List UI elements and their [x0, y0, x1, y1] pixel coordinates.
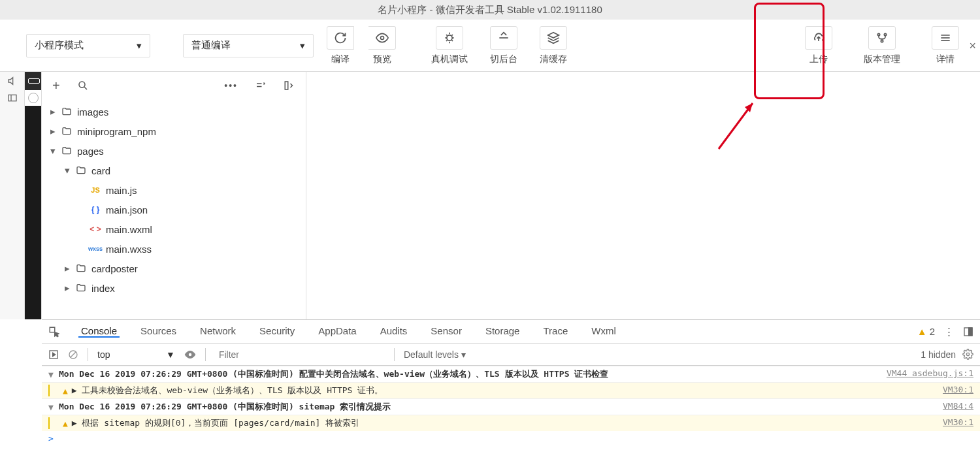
console-row[interactable]: ▼Mon Dec 16 2019 07:26:29 GMT+0800 (中国标准…: [42, 398, 980, 415]
collapse-icon[interactable]: [255, 80, 267, 91]
file-explorer-toolbar: + •••: [42, 72, 306, 99]
file-main.js[interactable]: JSmain.js: [42, 180, 306, 200]
folder-miniprogram_npm[interactable]: ▸miniprogram_npm: [42, 121, 306, 141]
console-message: ▶ 工具未校验合法域名、web-view（业务域名）、TLS 版本以及 HTTP…: [72, 385, 383, 396]
details-button[interactable]: 详情: [924, 26, 967, 65]
hidden-count: 1 hidden: [921, 349, 956, 360]
file-tree[interactable]: ▸images▸miniprogram_npm▾pages▾cardJSmain…: [42, 99, 306, 319]
svg-line-8: [446, 40, 448, 41]
eye-icon[interactable]: [184, 349, 196, 360]
folder-images[interactable]: ▸images: [42, 102, 306, 121]
tree-caret-icon: ▸: [64, 282, 71, 294]
devtools-tab-audits[interactable]: Audits: [378, 325, 410, 336]
bug-icon: [436, 26, 463, 50]
console-output[interactable]: ▼Mon Dec 16 2019 07:26:29 GMT+0800 (中国标准…: [42, 366, 980, 463]
devtools-tab-console[interactable]: Console: [78, 325, 120, 338]
dock-icon[interactable]: [963, 327, 973, 337]
gear-icon[interactable]: [962, 349, 973, 360]
layers-icon: [540, 26, 567, 50]
kebab-icon[interactable]: ⋮: [944, 326, 954, 338]
tree-item-label: main.json: [106, 204, 148, 216]
search-icon[interactable]: [77, 80, 89, 91]
panel-icon[interactable]: [7, 93, 18, 103]
svg-point-38: [966, 353, 969, 355]
mode-dropdown[interactable]: 小程序模式 ▾: [26, 34, 150, 57]
tool-label: 切后台: [490, 54, 517, 65]
simulator-toolbar: [0, 72, 25, 319]
folder-index[interactable]: ▸index: [42, 278, 306, 298]
tree-item-label: pages: [77, 146, 104, 157]
file-type-icon: [74, 263, 88, 274]
console-source-link[interactable]: VM84:4: [943, 401, 973, 411]
devtools-tab-sources[interactable]: Sources: [138, 325, 179, 336]
clear-cache-button[interactable]: 清缓存: [532, 26, 575, 65]
background-button[interactable]: 切后台: [482, 26, 525, 65]
file-type-icon: wxss: [89, 246, 102, 252]
tree-item-label: images: [77, 106, 108, 118]
compile-button[interactable]: 编译: [319, 26, 362, 65]
file-type-icon: JS: [89, 186, 102, 194]
more-icon[interactable]: •••: [224, 80, 238, 91]
git-branch-icon: [868, 26, 896, 50]
filter-input[interactable]: [215, 348, 385, 361]
compile-dropdown[interactable]: 普通编译 ▾: [183, 34, 314, 57]
file-main.wxml[interactable]: < >main.wxml: [42, 219, 306, 239]
tool-label: 真机调试: [431, 54, 468, 65]
devtools-tabs: ConsoleSourcesNetworkSecurityAppDataAudi…: [42, 320, 980, 343]
devtools-tab-appdata[interactable]: AppData: [316, 325, 359, 336]
folder-cardposter[interactable]: ▸cardposter: [42, 259, 306, 278]
stop-icon[interactable]: [68, 349, 78, 360]
add-file-icon[interactable]: +: [52, 78, 60, 93]
file-type-icon: [60, 126, 73, 136]
folder-card[interactable]: ▾card: [42, 161, 306, 180]
inspect-icon[interactable]: [48, 326, 60, 338]
svg-point-13: [877, 33, 879, 35]
svg-point-0: [380, 36, 384, 39]
svg-line-9: [451, 35, 453, 36]
svg-rect-23: [8, 95, 16, 101]
file-type-icon: [74, 165, 88, 176]
svg-marker-34: [53, 353, 56, 356]
devtools-tab-security[interactable]: Security: [257, 325, 297, 336]
devtools-tab-storage[interactable]: Storage: [483, 325, 523, 336]
file-type-icon: [74, 283, 88, 293]
preview-button[interactable]: 预览: [361, 26, 404, 65]
devtools-tab-network[interactable]: Network: [197, 325, 238, 336]
console-source-link[interactable]: VM44 asdebug.js:1: [887, 368, 973, 378]
speaker-icon[interactable]: [7, 76, 18, 86]
svg-line-7: [451, 40, 453, 41]
warning-icon: ▲: [63, 386, 68, 396]
tree-caret-icon: ▾: [50, 145, 56, 157]
devtools-tab-trace[interactable]: Trace: [540, 325, 570, 336]
levels-select[interactable]: Default levels ▾: [404, 349, 466, 360]
console-row[interactable]: ▼Mon Dec 16 2019 07:26:29 GMT+0800 (中国标准…: [42, 366, 980, 382]
upload-button[interactable]: 上传: [797, 26, 840, 65]
main-toolbar: 小程序模式 ▾ 普通编译 ▾ 编译 预览 真机调试 切后台 清缓存: [0, 20, 980, 72]
console-prompt[interactable]: >: [42, 431, 980, 446]
tool-label: 详情: [936, 54, 955, 65]
version-control-button[interactable]: 版本管理: [856, 26, 908, 65]
sidebar-toggle-icon[interactable]: [284, 80, 295, 91]
play-icon[interactable]: [48, 349, 59, 360]
file-main.json[interactable]: { }main.json: [42, 200, 306, 219]
svg-point-14: [884, 33, 886, 35]
console-row[interactable]: ▲▶ 根据 sitemap 的规则[0]，当前页面 [pages/card/ma…: [42, 415, 980, 431]
devtools-tab-sensor[interactable]: Sensor: [428, 325, 465, 336]
devtools-tab-wxml[interactable]: Wxml: [589, 325, 619, 336]
svg-marker-22: [8, 78, 13, 85]
svg-rect-32: [969, 328, 972, 336]
remote-debug-button[interactable]: 真机调试: [423, 26, 476, 65]
svg-point-25: [79, 82, 85, 88]
console-row[interactable]: ▲▶ 工具未校验合法域名、web-view（业务域名）、TLS 版本以及 HTT…: [42, 382, 980, 398]
folder-pages[interactable]: ▾pages: [42, 141, 306, 161]
window-title: 名片小程序 - 微信开发者工具 Stable v1.02.1911180: [378, 4, 602, 16]
warning-badge[interactable]: ▲2: [917, 326, 935, 337]
close-icon[interactable]: ×: [969, 39, 976, 52]
context-select[interactable]: top ▼: [97, 349, 175, 360]
console-source-link[interactable]: VM30:1: [943, 417, 973, 427]
file-type-icon: < >: [89, 225, 102, 234]
console-source-link[interactable]: VM30:1: [943, 385, 973, 394]
warning-icon: ▲: [63, 419, 68, 428]
tree-item-label: main.wxss: [106, 244, 152, 255]
file-main.wxss[interactable]: wxssmain.wxss: [42, 239, 306, 259]
